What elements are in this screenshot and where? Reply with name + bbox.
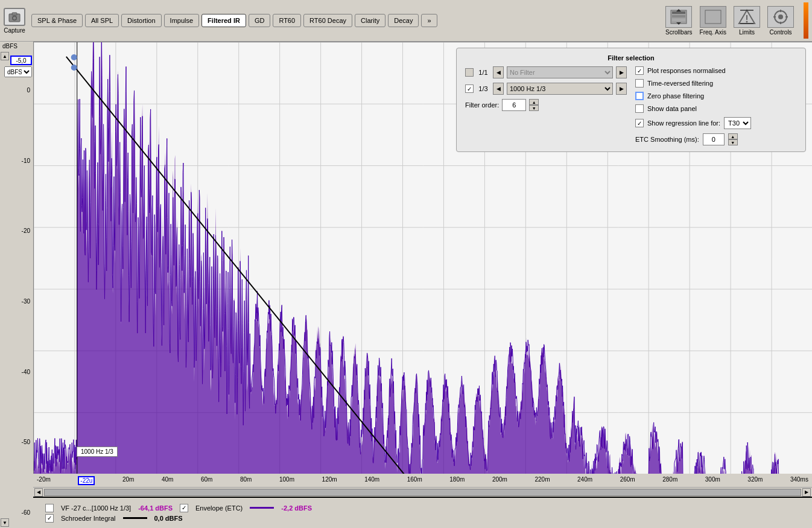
capture-icon[interactable]: [4, 8, 25, 26]
scrollbars-icon[interactable]: [665, 6, 692, 28]
x-axis: -20m -22u 20m 40m 60m 80m 100m 120m 140m…: [33, 474, 812, 487]
etc-legend-checkbox[interactable]: [180, 504, 188, 512]
filter2-prev[interactable]: ◀: [493, 83, 504, 95]
limits-icon[interactable]: [734, 6, 760, 28]
svg-point-2: [13, 16, 16, 19]
tab-rt60[interactable]: RT60: [273, 14, 301, 27]
scrollbar-row: ◀ ▶: [33, 487, 812, 497]
svg-rect-5: [672, 11, 685, 14]
legend-row-1: VF -27 c...[1000 Hz 1/3] -64,1 dBFS Enve…: [45, 504, 800, 512]
schroeder-checkbox[interactable]: [45, 514, 54, 523]
controls-button[interactable]: Controls: [767, 6, 794, 36]
filter-order-input[interactable]: [502, 99, 526, 111]
dbfs-label: dBFS: [0, 42, 33, 51]
vf-checkbox[interactable]: [45, 504, 54, 512]
limits-label: Limits: [739, 29, 755, 36]
x-tick: 320m: [747, 476, 763, 485]
zero-phase-label: Zero phase filtering: [647, 92, 704, 100]
zero-phase-checkbox[interactable]: [635, 92, 644, 100]
etc-legend-line: [250, 507, 274, 509]
svg-rect-10: [705, 10, 721, 24]
svg-rect-7: [672, 19, 685, 21]
x-tick: 280m: [662, 476, 677, 485]
freq-axis-label: Freq. Axis: [700, 29, 726, 36]
y-tick: -30: [11, 298, 32, 305]
x-tick: 80m: [240, 476, 252, 485]
filter2-next[interactable]: ▶: [616, 83, 627, 95]
filter-order-down[interactable]: ▼: [529, 105, 539, 111]
y-axis: dBFS 0 -10 -20 -30 -40 -50 -60: [10, 51, 33, 528]
y-tick: -50: [11, 439, 32, 445]
plot-normalised-checkbox[interactable]: [635, 66, 644, 75]
schroeder-line: [123, 517, 147, 519]
y-tick: 0: [11, 87, 32, 94]
x-tick: 160m: [407, 476, 422, 485]
etc-smoothing-label: ETC Smoothing (ms):: [635, 136, 699, 143]
scrollbars-label: Scrollbars: [665, 29, 692, 36]
capture-button[interactable]: Capture: [4, 8, 25, 34]
tab-distortion[interactable]: Distortion: [121, 14, 161, 27]
filter-panel-body: 1/1 ◀ No Filter ▶ 1/3: [465, 66, 797, 145]
svg-point-13: [746, 21, 748, 22]
y-tick: -60: [11, 509, 32, 516]
etc-smoothing-spin: ▲ ▼: [728, 133, 738, 145]
tab-rt60-decay[interactable]: RT60 Decay: [303, 14, 352, 27]
x-tick: 180m: [449, 476, 465, 485]
toolbar-right: Scrollbars Freq. Axis: [665, 2, 808, 39]
filter1-prev[interactable]: ◀: [493, 66, 504, 78]
filter1-select[interactable]: No Filter: [507, 66, 613, 78]
x-tick: -20m: [37, 476, 51, 485]
plot-normalised-label: Plot responses normalised: [647, 67, 726, 74]
y-value-input[interactable]: [10, 56, 32, 65]
filter2-checkbox[interactable]: [465, 84, 474, 93]
controls-icon[interactable]: [767, 6, 794, 28]
tab-more[interactable]: »: [421, 14, 437, 27]
show-regression-label: Show regression line for:: [647, 119, 720, 127]
h-scrollbar-track[interactable]: [44, 489, 801, 496]
x-tick: 340ms: [790, 476, 808, 485]
etc-up[interactable]: ▲: [728, 133, 738, 139]
option-show-regression: Show regression line for: T30: [635, 117, 797, 129]
y-scroll-down[interactable]: ▼: [1, 518, 9, 527]
tab-impulse[interactable]: Impulse: [164, 14, 200, 27]
limits-button[interactable]: Limits: [734, 6, 760, 36]
freq-axis-icon[interactable]: [700, 6, 726, 28]
x-tick: 200m: [492, 476, 507, 485]
option-show-data-panel: Show data panel: [635, 104, 797, 113]
controls-label: Controls: [769, 29, 791, 36]
scrollbars-button[interactable]: Scrollbars: [665, 6, 692, 36]
filter-panel-title: Filter selection: [465, 54, 797, 62]
x-tick: 220m: [534, 476, 550, 485]
tab-gd[interactable]: GD: [249, 14, 271, 27]
freq-axis-button[interactable]: Freq. Axis: [700, 6, 726, 36]
show-regression-checkbox[interactable]: [635, 119, 644, 127]
time-reversed-checkbox[interactable]: [635, 79, 644, 87]
filter2-select[interactable]: 1000 Hz 1/3: [507, 83, 613, 95]
vf-label: VF -27 c...[1000 Hz 1/3]: [61, 504, 131, 512]
x-tick: 100m: [279, 476, 294, 485]
etc-down[interactable]: ▼: [728, 139, 738, 145]
filter-order-up[interactable]: ▲: [529, 99, 539, 105]
x-tick: 20m: [122, 476, 134, 485]
x-tick-selected[interactable]: -22u: [78, 476, 95, 485]
tab-filtered-ir[interactable]: Filtered IR: [201, 14, 246, 27]
show-data-panel-checkbox[interactable]: [635, 104, 644, 113]
filter-panel: Filter selection 1/1 ◀ No Filter: [456, 48, 806, 152]
capture-label: Capture: [4, 27, 25, 34]
y-tick: -20: [11, 227, 32, 234]
filter1-checkbox[interactable]: [465, 68, 474, 77]
filter1-band: 1/1: [477, 69, 490, 76]
tab-decay[interactable]: Decay: [388, 14, 419, 27]
etc-smoothing-input[interactable]: [703, 133, 725, 145]
regression-select[interactable]: T30: [724, 117, 751, 129]
x-tick: 240m: [577, 476, 592, 485]
tab-clarity[interactable]: Clarity: [355, 14, 385, 27]
h-scroll-right[interactable]: ▶: [802, 488, 811, 497]
h-scroll-left[interactable]: ◀: [34, 488, 43, 497]
tab-spl-phase[interactable]: SPL & Phase: [31, 14, 83, 27]
y-scroll-up[interactable]: ▲: [1, 52, 9, 60]
y-unit-select[interactable]: dBFS: [4, 66, 32, 77]
x-tick: 140m: [364, 476, 379, 485]
filter1-next[interactable]: ▶: [616, 66, 627, 78]
tab-all-spl[interactable]: All SPL: [85, 14, 119, 27]
